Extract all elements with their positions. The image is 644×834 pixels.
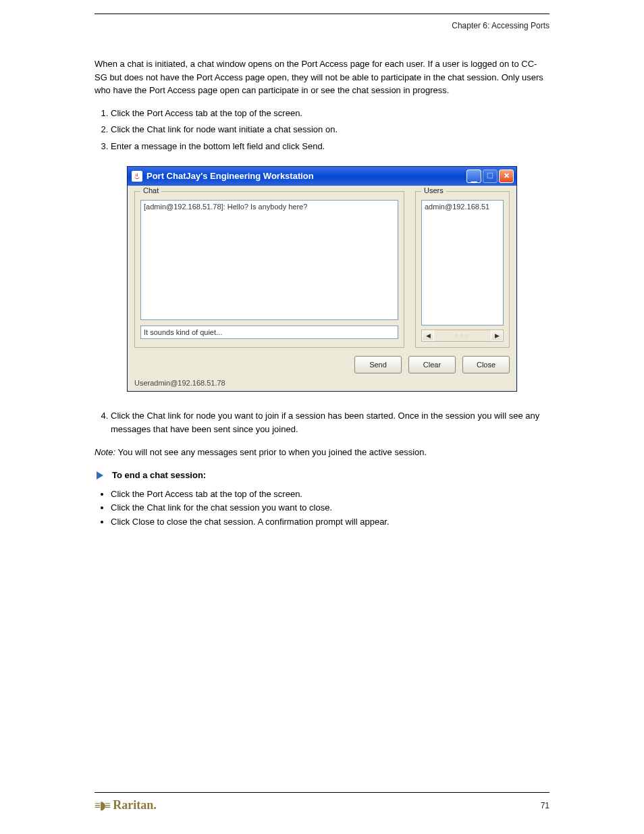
- close-button[interactable]: Close: [462, 356, 510, 373]
- intro-paragraph: When a chat is initiated, a chat window …: [95, 57, 549, 97]
- brand-logo: ≡◗≡ Raritan.: [95, 798, 157, 812]
- users-scrollbar[interactable]: ◀ ○○○ ▶: [421, 330, 504, 342]
- scroll-left-icon[interactable]: ◀: [422, 330, 434, 341]
- chat-legend: Chat: [140, 186, 161, 194]
- users-list[interactable]: admin@192.168.51: [421, 200, 504, 325]
- dialog-titlebar[interactable]: Port ChatJay's Engineering Workstation ▁…: [128, 167, 516, 186]
- port-chat-dialog: Port ChatJay's Engineering Workstation ▁…: [127, 166, 517, 392]
- users-legend: Users: [421, 186, 446, 194]
- note-label: Note:: [95, 447, 115, 457]
- end-heading-text: To end a chat session:: [112, 470, 206, 480]
- note-text: You will not see any messages sent prior…: [115, 447, 427, 457]
- window-close-button[interactable]: ✕: [499, 170, 514, 183]
- clear-button[interactable]: Clear: [408, 356, 456, 373]
- chat-fieldset: Chat [admin@192.168.51.78]: Hello? Is an…: [134, 191, 404, 348]
- minimize-button[interactable]: ▁: [466, 170, 481, 183]
- java-icon: [132, 171, 142, 182]
- step-2: Click the Chat link for node want initia…: [111, 123, 549, 137]
- chat-history[interactable]: [admin@192.168.51.78]: Hello? Is anybody…: [140, 200, 398, 320]
- status-bar: Useradmin@192.168.51.78: [128, 377, 516, 391]
- end-step-1: Click the Port Access tab at the top of …: [111, 488, 549, 502]
- end-chat-heading: To end a chat session:: [95, 470, 549, 481]
- triangle-icon: [95, 470, 105, 481]
- users-fieldset: Users admin@192.168.51 ◀ ○○○ ▶: [415, 191, 510, 348]
- dialog-title: Port ChatJay's Engineering Workstation: [146, 171, 466, 181]
- brand-text: Raritan.: [113, 798, 157, 812]
- step-4: Click the Chat link for node you want to…: [111, 409, 549, 436]
- step-3: Enter a message in the bottom left field…: [111, 140, 549, 154]
- note-row: Note: You will not see any messages sent…: [95, 446, 549, 459]
- svg-marker-0: [97, 471, 103, 479]
- scroll-right-icon[interactable]: ▶: [491, 330, 503, 341]
- maximize-button[interactable]: ☐: [483, 170, 498, 183]
- end-step-3: Click Close to close the chat session. A…: [111, 515, 549, 529]
- logo-mark-icon: ≡◗≡: [95, 799, 110, 812]
- chat-input[interactable]: It sounds kind of quiet...: [140, 325, 398, 339]
- intro-steps: Click the Port Access tab at the top of …: [95, 107, 549, 154]
- page-number: 71: [541, 801, 549, 810]
- end-step-2: Click the Chat link for the chat session…: [111, 501, 549, 515]
- send-button[interactable]: Send: [354, 356, 402, 373]
- continue-steps: Click the Chat link for node you want to…: [95, 409, 549, 436]
- end-steps: Click the Port Access tab at the top of …: [95, 488, 549, 529]
- step-1: Click the Port Access tab at the top of …: [111, 107, 549, 121]
- chapter-header: Chapter 6: Accessing Ports: [95, 21, 549, 30]
- scroll-track[interactable]: ○○○: [434, 330, 491, 341]
